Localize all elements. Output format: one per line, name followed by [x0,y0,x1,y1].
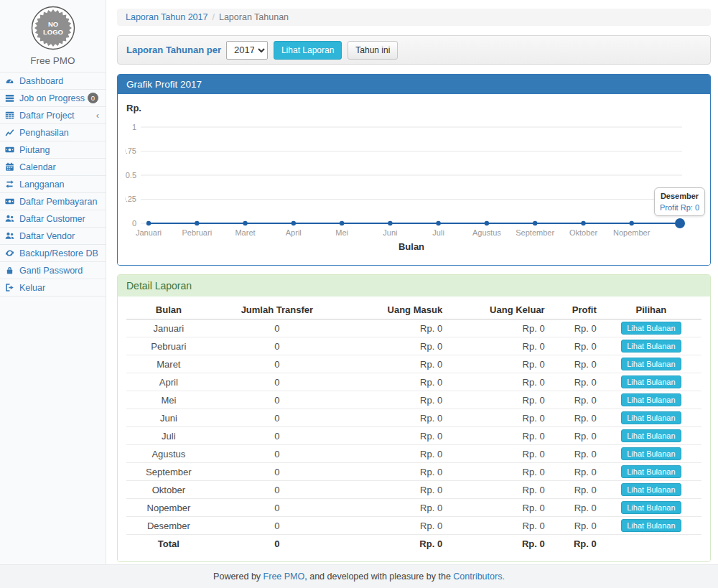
table-cell: Rp. 0 [343,319,447,337]
year-select[interactable]: 2017 [226,41,268,60]
total-cell-empty [601,535,701,553]
view-month-button[interactable]: Lihat Bulanan [621,375,681,388]
column-header: Jumlah Transfer [211,301,343,319]
money-icon [5,197,16,206]
view-month-button[interactable]: Lihat Bulanan [621,358,681,370]
breadcrumb-separator: / [212,12,214,22]
sidebar-item-label: Daftar Project [19,111,74,121]
table-cell: Desember [126,517,211,535]
sidebar-item-penghasilan[interactable]: Penghasilan [0,124,106,141]
sidebar-item-daftar-project[interactable]: Daftar Project‹ [0,107,106,124]
view-report-button[interactable]: Lihat Laporan [274,41,342,60]
table-cell: 0 [211,445,343,463]
tasks-icon [5,93,16,103]
sidebar-item-job-on-progress[interactable]: Job on Progress0 [0,90,106,107]
contributors-link[interactable]: Contributors. [453,571,505,582]
sidebar-item-label: Penghasilan [19,128,69,138]
sidebar-item-label: Piutang [19,145,50,155]
view-month-button[interactable]: Lihat Bulanan [621,393,681,406]
sidebar-item-backup-restore-db[interactable]: Backup/Restore DB [0,245,106,262]
sidebar-item-label: Job on Progress [19,93,85,103]
sidebar-item-calendar[interactable]: Calendar [0,159,106,176]
table-row: Juli0Rp. 0Rp. 0Rp. 0Lihat Bulanan [126,427,701,445]
table-cell: Rp. 0 [447,445,549,463]
table-cell: Rp. 0 [549,355,601,373]
sidebar-item-label: Daftar Customer [19,214,85,224]
table-cell: Rp. 0 [447,409,549,427]
view-month-button[interactable]: Lihat Bulanan [621,411,681,424]
table-cell: Oktober [126,481,211,499]
svg-text:Nopember: Nopember [613,228,651,237]
view-month-button[interactable]: Lihat Bulanan [621,501,681,514]
sidebar-item-daftar-pembayaran[interactable]: Daftar Pembayaran [0,193,106,210]
total-cell: Rp. 0 [549,535,601,553]
footer: Powered by Free PMO, and developed with … [0,564,718,588]
view-month-button[interactable]: Lihat Bulanan [621,519,681,532]
table-cell: Rp. 0 [447,499,549,517]
column-header: Pilihan [601,301,701,319]
tooltip-value: Profit Rp: 0 [660,203,699,212]
chart-tooltip: Desember Profit Rp: 0 [654,187,705,216]
table-cell: 0 [211,481,343,499]
sidebar-item-ganti-password[interactable]: Ganti Password [0,262,106,279]
sidebar-item-label: Backup/Restore DB [19,248,98,258]
sidebar-item-langganan[interactable]: Langganan [0,176,106,193]
svg-text:0.25: 0.25 [125,195,136,203]
sidebar-item-label: Langganan [19,179,65,190]
table-cell: September [126,463,211,481]
breadcrumb: Laporan Tahun 2017/Laporan Tahunan [117,9,711,26]
column-header: Uang Masuk [343,301,447,319]
table-cell: Rp. 0 [447,481,549,499]
detail-report-panel: Detail Laporan BulanJumlah TransferUang … [117,274,711,562]
table-cell: Rp. 0 [447,373,549,391]
table-cell: Rp. 0 [447,463,549,481]
table-row: April0Rp. 0Rp. 0Rp. 0Lihat Bulanan [126,373,701,391]
table-cell: Rp. 0 [447,517,549,535]
table-cell-action: Lihat Bulanan [601,427,701,445]
app-layout: NOLOGO Free PMO DashboardJob on Progress… [0,0,718,564]
sidebar-item-piutang[interactable]: Piutang [0,141,106,159]
table-cell: Rp. 0 [343,391,447,409]
free-pmo-link[interactable]: Free PMO [264,571,305,582]
table-row: Desember0Rp. 0Rp. 0Rp. 0Lihat Bulanan [126,517,701,535]
table-cell: 0 [211,337,343,355]
svg-text:Juli: Juli [432,228,444,237]
detail-panel-title: Detail Laporan [118,275,710,297]
table-cell: Rp. 0 [343,427,447,445]
table-cell: Nopember [126,499,211,517]
view-month-button[interactable]: Lihat Bulanan [621,429,681,442]
table-cell: Juli [126,427,211,445]
view-month-button[interactable]: Lihat Bulanan [621,447,681,460]
svg-text:0.75: 0.75 [125,146,136,155]
tooltip-month: Desember [660,192,699,200]
svg-text:April: April [286,228,302,237]
users-icon [5,231,16,241]
sidebar-item-keluar[interactable]: Keluar [0,279,106,297]
sidebar-item-daftar-vendor[interactable]: Daftar Vendor [0,228,106,245]
breadcrumb-link[interactable]: Laporan Tahun 2017 [126,12,208,22]
svg-text:LOGO: LOGO [43,28,63,36]
svg-text:Bulan: Bulan [398,241,424,252]
profit-line-chart: 00.250.50.751JanuariPebruariMaretAprilMe… [125,100,704,262]
table-cell-action: Lihat Bulanan [601,481,701,499]
total-cell: Total [126,535,211,553]
sidebar-item-dashboard[interactable]: Dashboard [0,73,106,90]
svg-text:NO: NO [47,20,57,28]
total-cell: Rp. 0 [343,535,447,553]
view-month-button[interactable]: Lihat Bulanan [621,340,681,353]
view-month-button[interactable]: Lihat Bulanan [621,465,681,478]
table-row: Oktober0Rp. 0Rp. 0Rp. 0Lihat Bulanan [126,481,701,499]
sidebar-item-daftar-customer[interactable]: Daftar Customer [0,210,106,228]
table-row: Agustus0Rp. 0Rp. 0Rp. 0Lihat Bulanan [126,445,701,463]
view-month-button[interactable]: Lihat Bulanan [621,483,681,496]
table-cell-action: Lihat Bulanan [601,337,701,355]
filter-label: Laporan Tahunan per [126,45,221,55]
table-cell: Rp. 0 [343,517,447,535]
table-cell: Rp. 0 [549,391,601,409]
table-cell: Rp. 0 [549,409,601,427]
this-year-button[interactable]: Tahun ini [348,41,398,60]
view-month-button[interactable]: Lihat Bulanan [621,322,681,335]
lock-icon [5,266,16,275]
table-cell: 0 [211,463,343,481]
users-icon [5,214,16,223]
